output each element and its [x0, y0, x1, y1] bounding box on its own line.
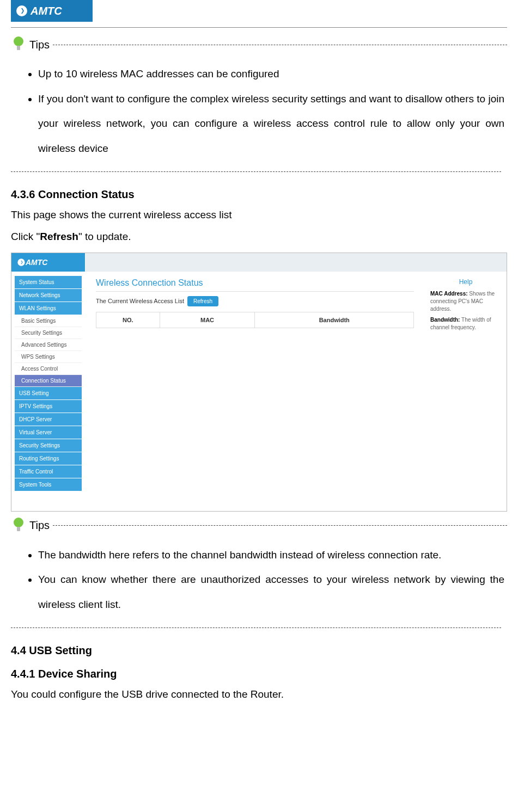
svg-point-0: [14, 36, 23, 46]
help-mac: MAC Address: Shows the connecting PC's M…: [430, 290, 501, 313]
topbar-spacer: [85, 253, 436, 272]
tips-label: Tips: [29, 519, 50, 532]
tips-list-1: Up to 10 wireless MAC addresses can be c…: [11, 61, 507, 161]
sidebar-sub-access-control[interactable]: Access Control: [15, 363, 82, 375]
sidebar-item-network-settings[interactable]: Network Settings: [15, 289, 82, 302]
help-bw-label: Bandwidth:: [430, 317, 460, 323]
logo-text: AMTC: [31, 5, 62, 17]
lightbulb-icon: [11, 517, 26, 534]
help-mac-label: MAC Address:: [430, 291, 468, 297]
sidebar-item-wlan-settings[interactable]: WLAN Settings: [15, 302, 82, 315]
ui-logo: AMTC: [11, 253, 85, 272]
sidebar-item-system-status[interactable]: System Status: [15, 276, 82, 288]
ui-main: Wireless Connection Status The Current W…: [85, 272, 425, 511]
sidebar-item-security-settings[interactable]: Security Settings: [15, 439, 82, 452]
tips-header-1: Tips: [11, 36, 507, 53]
tips-label: Tips: [29, 39, 50, 51]
sidebar-item-iptv[interactable]: IPTV Settings: [15, 400, 82, 413]
body-text: You could configure the USB drive connec…: [11, 685, 507, 704]
help-bw: Bandwidth: The width of channel frequenc…: [430, 316, 501, 331]
tip-item: Up to 10 wireless MAC addresses can be c…: [38, 61, 507, 87]
body-text: This page shows the current wireless acc…: [11, 205, 507, 225]
tips-dashline: [53, 45, 507, 45]
main-subtitle-row: The Current Wireless Access List Refresh: [96, 296, 414, 306]
section-divider: [11, 171, 501, 172]
ui-body: System Status Network Settings WLAN Sett…: [11, 272, 507, 511]
header-divider: [11, 27, 507, 28]
logo-icon: [17, 258, 26, 267]
svg-rect-1: [17, 46, 20, 50]
refresh-bold: Refresh: [40, 231, 78, 242]
tips-dashline: [53, 525, 507, 526]
heading-436: 4.3.6 Connection Status: [11, 188, 507, 201]
tips-header-2: Tips: [11, 517, 507, 534]
heading-441: 4.4.1 Device Sharing: [11, 668, 507, 680]
svg-point-2: [14, 518, 23, 527]
sidebar-sub-basic[interactable]: Basic Settings: [15, 315, 82, 327]
section-divider: [11, 628, 501, 628]
tip-item: If you don't want to configure the compl…: [38, 87, 507, 161]
sidebar-item-routing[interactable]: Routing Settings: [15, 452, 82, 465]
tip-item: You can know whether there are unauthori…: [38, 567, 507, 617]
sidebar-item-usb[interactable]: USB Setting: [15, 387, 82, 399]
help-panel: Help MAC Address: Shows the connecting P…: [425, 272, 507, 511]
sidebar-item-virtual-server[interactable]: Virtual Server: [15, 426, 82, 439]
sidebar-item-system-tools[interactable]: System Tools: [15, 478, 82, 491]
main-title: Wireless Connection Status: [96, 278, 414, 292]
table-header-row: NO. MAC Bandwidth: [96, 312, 414, 328]
sidebar-sub-advanced[interactable]: Advanced Settings: [15, 339, 82, 351]
sidebar-item-traffic[interactable]: Traffic Control: [15, 465, 82, 478]
sidebar-sub-connection-status[interactable]: Connection Status: [15, 375, 82, 387]
logo-icon: [15, 4, 28, 17]
topbar-right: [436, 253, 507, 272]
svg-rect-3: [17, 527, 20, 531]
heading-44: 4.4 USB Setting: [11, 644, 507, 657]
text-suffix: " to update.: [78, 231, 131, 242]
lightbulb-icon: [11, 36, 26, 53]
sidebar-sub-wps[interactable]: WPS Settings: [15, 351, 82, 363]
connection-table: NO. MAC Bandwidth: [96, 312, 414, 328]
tips-list-2: The bandwidth here refers to the channel…: [11, 543, 507, 617]
col-bandwidth: Bandwidth: [255, 312, 414, 328]
body-text: Click "Refresh" to update.: [11, 227, 507, 247]
router-ui-screenshot: AMTC System Status Network Settings WLAN…: [11, 253, 507, 512]
ui-topbar: AMTC: [11, 253, 507, 272]
sidebar-item-dhcp[interactable]: DHCP Server: [15, 413, 82, 426]
ui-logo-text: AMTC: [26, 258, 47, 267]
sidebar-sub-security[interactable]: Security Settings: [15, 327, 82, 339]
tip-item: The bandwidth here refers to the channel…: [38, 543, 507, 568]
subtitle-text: The Current Wireless Access List: [96, 298, 184, 304]
col-no: NO.: [96, 312, 160, 328]
help-title: Help: [430, 278, 501, 286]
text-prefix: Click ": [11, 231, 40, 242]
ui-sidebar: System Status Network Settings WLAN Sett…: [11, 272, 85, 511]
refresh-button[interactable]: Refresh: [187, 296, 218, 306]
page-logo: AMTC: [11, 0, 93, 22]
col-mac: MAC: [160, 312, 255, 328]
